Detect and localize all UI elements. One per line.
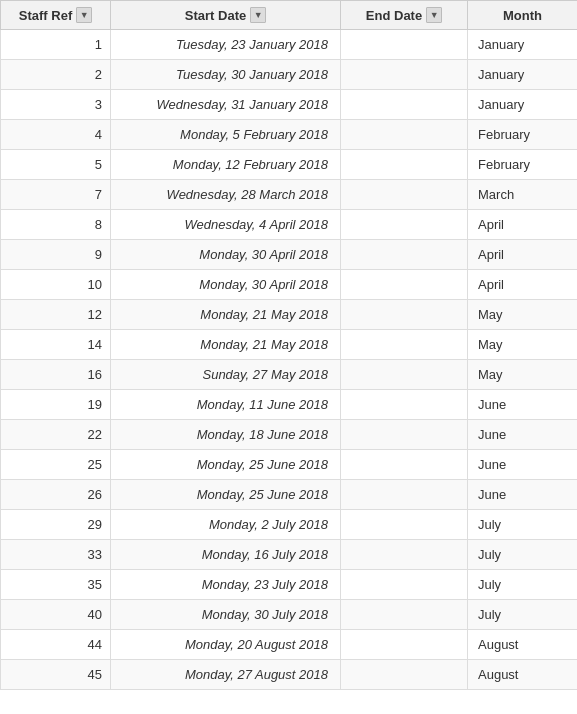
cell-month: August — [468, 660, 578, 690]
table-row: 45Monday, 27 August 2018August — [1, 660, 578, 690]
cell-month: June — [468, 450, 578, 480]
table-row: 25Monday, 25 June 2018June — [1, 450, 578, 480]
table-row: 9Monday, 30 April 2018April — [1, 240, 578, 270]
cell-staff-ref: 3 — [1, 90, 111, 120]
cell-start-date: Monday, 30 April 2018 — [111, 270, 341, 300]
cell-end-date — [341, 600, 468, 630]
table-row: 16Sunday, 27 May 2018May — [1, 360, 578, 390]
cell-month: May — [468, 330, 578, 360]
cell-end-date — [341, 210, 468, 240]
table-row: 10Monday, 30 April 2018April — [1, 270, 578, 300]
cell-month: July — [468, 600, 578, 630]
cell-end-date — [341, 540, 468, 570]
cell-end-date — [341, 120, 468, 150]
table-row: 7Wednesday, 28 March 2018March — [1, 180, 578, 210]
cell-month: February — [468, 150, 578, 180]
table-row: 19Monday, 11 June 2018June — [1, 390, 578, 420]
cell-staff-ref: 33 — [1, 540, 111, 570]
cell-start-date: Wednesday, 31 January 2018 — [111, 90, 341, 120]
cell-end-date — [341, 360, 468, 390]
cell-end-date — [341, 570, 468, 600]
cell-month: January — [468, 30, 578, 60]
table-header-row: Staff Ref ▼ Start Date ▼ End Date ▼ — [1, 1, 578, 30]
cell-start-date: Sunday, 27 May 2018 — [111, 360, 341, 390]
cell-month: May — [468, 360, 578, 390]
start-date-label: Start Date — [185, 8, 246, 23]
table-row: 1Tuesday, 23 January 2018January — [1, 30, 578, 60]
end-date-label: End Date — [366, 8, 422, 23]
data-table: Staff Ref ▼ Start Date ▼ End Date ▼ — [0, 0, 577, 690]
table-row: 8Wednesday, 4 April 2018April — [1, 210, 578, 240]
cell-start-date: Tuesday, 30 January 2018 — [111, 60, 341, 90]
cell-staff-ref: 22 — [1, 420, 111, 450]
cell-month: May — [468, 300, 578, 330]
cell-staff-ref: 25 — [1, 450, 111, 480]
table-row: 40Monday, 30 July 2018July — [1, 600, 578, 630]
cell-month: July — [468, 570, 578, 600]
cell-start-date: Monday, 16 July 2018 — [111, 540, 341, 570]
cell-end-date — [341, 450, 468, 480]
cell-start-date: Monday, 21 May 2018 — [111, 300, 341, 330]
cell-month: June — [468, 420, 578, 450]
cell-end-date — [341, 240, 468, 270]
column-header-month: Month — [468, 1, 578, 30]
cell-staff-ref: 44 — [1, 630, 111, 660]
staff-ref-label: Staff Ref — [19, 8, 72, 23]
column-header-start-date: Start Date ▼ — [111, 1, 341, 30]
cell-start-date: Monday, 11 June 2018 — [111, 390, 341, 420]
cell-start-date: Monday, 27 August 2018 — [111, 660, 341, 690]
cell-start-date: Monday, 18 June 2018 — [111, 420, 341, 450]
start-date-filter-button[interactable]: ▼ — [250, 7, 266, 23]
cell-start-date: Monday, 25 June 2018 — [111, 480, 341, 510]
cell-staff-ref: 9 — [1, 240, 111, 270]
cell-end-date — [341, 510, 468, 540]
cell-end-date — [341, 30, 468, 60]
table-row: 5Monday, 12 February 2018February — [1, 150, 578, 180]
cell-month: June — [468, 390, 578, 420]
table-row: 26Monday, 25 June 2018June — [1, 480, 578, 510]
table-row: 44Monday, 20 August 2018August — [1, 630, 578, 660]
table-row: 22Monday, 18 June 2018June — [1, 420, 578, 450]
end-date-filter-button[interactable]: ▼ — [426, 7, 442, 23]
cell-staff-ref: 1 — [1, 30, 111, 60]
cell-month: July — [468, 540, 578, 570]
cell-month: April — [468, 210, 578, 240]
staff-ref-filter-button[interactable]: ▼ — [76, 7, 92, 23]
cell-staff-ref: 8 — [1, 210, 111, 240]
column-header-staff-ref: Staff Ref ▼ — [1, 1, 111, 30]
cell-staff-ref: 19 — [1, 390, 111, 420]
cell-start-date: Wednesday, 28 March 2018 — [111, 180, 341, 210]
cell-start-date: Monday, 30 July 2018 — [111, 600, 341, 630]
cell-staff-ref: 7 — [1, 180, 111, 210]
cell-end-date — [341, 660, 468, 690]
cell-month: January — [468, 90, 578, 120]
cell-end-date — [341, 60, 468, 90]
cell-staff-ref: 12 — [1, 300, 111, 330]
cell-staff-ref: 16 — [1, 360, 111, 390]
cell-end-date — [341, 390, 468, 420]
cell-start-date: Tuesday, 23 January 2018 — [111, 30, 341, 60]
cell-start-date: Monday, 25 June 2018 — [111, 450, 341, 480]
cell-month: April — [468, 270, 578, 300]
cell-end-date — [341, 90, 468, 120]
table-row: 3Wednesday, 31 January 2018January — [1, 90, 578, 120]
cell-staff-ref: 4 — [1, 120, 111, 150]
cell-staff-ref: 40 — [1, 600, 111, 630]
cell-end-date — [341, 630, 468, 660]
table-row: 4Monday, 5 February 2018February — [1, 120, 578, 150]
table-row: 29Monday, 2 July 2018July — [1, 510, 578, 540]
table-row: 33Monday, 16 July 2018July — [1, 540, 578, 570]
cell-staff-ref: 45 — [1, 660, 111, 690]
cell-end-date — [341, 180, 468, 210]
cell-start-date: Monday, 30 April 2018 — [111, 240, 341, 270]
cell-end-date — [341, 480, 468, 510]
cell-month: March — [468, 180, 578, 210]
cell-start-date: Monday, 23 July 2018 — [111, 570, 341, 600]
cell-end-date — [341, 300, 468, 330]
cell-month: June — [468, 480, 578, 510]
table-row: 12Monday, 21 May 2018May — [1, 300, 578, 330]
table-row: 2Tuesday, 30 January 2018January — [1, 60, 578, 90]
table-row: 14Monday, 21 May 2018May — [1, 330, 578, 360]
cell-month: February — [468, 120, 578, 150]
cell-staff-ref: 5 — [1, 150, 111, 180]
